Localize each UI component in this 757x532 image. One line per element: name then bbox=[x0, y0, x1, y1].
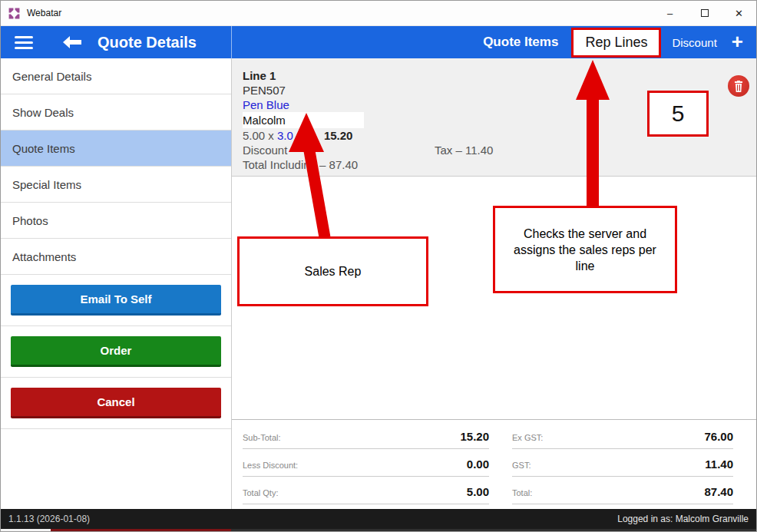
qty-times-label: 5.00 x bbox=[243, 129, 277, 142]
trash-icon bbox=[733, 81, 744, 92]
maximize-button[interactable] bbox=[687, 1, 722, 25]
quote-line-item: Line 1 PEN507 Pen Blue Malcolm 5.00 x 3.… bbox=[232, 58, 756, 177]
maximize-icon bbox=[701, 9, 709, 17]
summary-row-gst: GST: 11.40 bbox=[512, 449, 733, 477]
summary-right-column: Ex GST: 76.00 GST: 11.40 Total: 87.40 bbox=[512, 421, 733, 504]
order-button[interactable]: Order bbox=[11, 336, 221, 367]
minimize-button[interactable]: – bbox=[653, 1, 687, 25]
tab-rep-lines[interactable]: Rep Lines bbox=[571, 28, 661, 58]
sidebar-spacer bbox=[1, 429, 231, 509]
app-window: Webatar – ✕ Quote Details Quote Items Re… bbox=[0, 0, 757, 532]
tab-quote-items[interactable]: Quote Items bbox=[483, 35, 558, 50]
title-bar: Webatar – ✕ bbox=[1, 1, 756, 26]
window-controls: – ✕ bbox=[653, 1, 756, 25]
bottom-edge-strip bbox=[1, 529, 756, 532]
window-title: Webatar bbox=[27, 8, 653, 18]
email-to-self-button[interactable]: Email To Self bbox=[11, 285, 221, 316]
version-label: 1.1.13 (2026-01-08) bbox=[8, 514, 90, 524]
line-tax: Tax – 11.40 bbox=[435, 144, 493, 157]
line-discount: Discount – bbox=[243, 144, 297, 157]
summary-left-column: Sub-Total: 15.20 Less Discount: 0.00 Tot… bbox=[243, 421, 489, 504]
header-tabs: Quote Items Rep Lines Discount + bbox=[232, 26, 756, 58]
close-button[interactable]: ✕ bbox=[722, 1, 756, 25]
sidebar-item-quote-items[interactable]: Quote Items bbox=[1, 131, 231, 167]
add-line-button[interactable]: + bbox=[732, 31, 743, 51]
summary-row-ex-gst: Ex GST: 76.00 bbox=[512, 421, 733, 449]
delete-line-button[interactable] bbox=[728, 75, 749, 97]
app-logo-icon bbox=[8, 7, 21, 20]
discount-tax-row: Discount – Tax – 11.40 bbox=[243, 143, 756, 157]
header-left: Quote Details bbox=[1, 26, 232, 58]
annotation-sales-rep: Sales Rep bbox=[237, 236, 428, 306]
sidebar-item-general-details[interactable]: General Details bbox=[1, 58, 231, 94]
summary-row-subtotal: Sub-Total: 15.20 bbox=[243, 421, 489, 449]
summary-row-total: Total: 87.40 bbox=[512, 477, 733, 504]
cancel-button-cell: Cancel bbox=[1, 378, 231, 429]
order-button-cell: Order bbox=[1, 326, 231, 378]
line-number: Line 1 bbox=[243, 68, 756, 83]
qty-field-highlight[interactable]: 5 bbox=[647, 91, 709, 137]
summary-row-total-qty: Total Qty: 5.00 bbox=[243, 477, 489, 504]
status-bar: 1.1.13 (2026-01-08) Logged in as: Malcol… bbox=[1, 509, 756, 529]
line-total-including: Total Including – 87.40 bbox=[243, 157, 756, 172]
cancel-button[interactable]: Cancel bbox=[11, 388, 221, 418]
header-bar: Quote Details Quote Items Rep Lines Disc… bbox=[1, 26, 756, 58]
line-total: 15.20 bbox=[324, 129, 353, 142]
sidebar-item-special-items[interactable]: Special Items bbox=[1, 167, 231, 203]
annotation-rep-lines-note: Checks the server and assigns the sales … bbox=[493, 206, 677, 293]
unit-price-link[interactable]: 3.0 bbox=[277, 129, 293, 142]
summary-row-less-discount: Less Discount: 0.00 bbox=[243, 449, 489, 477]
sidebar-item-photos[interactable]: Photos bbox=[1, 203, 231, 239]
email-button-cell: Email To Self bbox=[1, 275, 231, 326]
tab-discount[interactable]: Discount bbox=[672, 36, 716, 49]
logged-in-label: Logged in as: Malcolm Granville bbox=[617, 514, 749, 524]
page-title: Quote Details bbox=[98, 34, 197, 51]
back-icon[interactable] bbox=[62, 35, 82, 49]
menu-icon[interactable] bbox=[15, 36, 33, 49]
summary-section: Sub-Total: 15.20 Less Discount: 0.00 Tot… bbox=[232, 419, 756, 509]
sidebar-item-show-deals[interactable]: Show Deals bbox=[1, 94, 231, 131]
sidebar: General Details Show Deals Quote Items S… bbox=[1, 58, 232, 509]
product-name-link[interactable]: Pen Blue bbox=[243, 98, 289, 111]
sidebar-item-attachments[interactable]: Attachments bbox=[1, 239, 231, 275]
sales-rep-field[interactable]: Malcolm bbox=[243, 112, 364, 128]
